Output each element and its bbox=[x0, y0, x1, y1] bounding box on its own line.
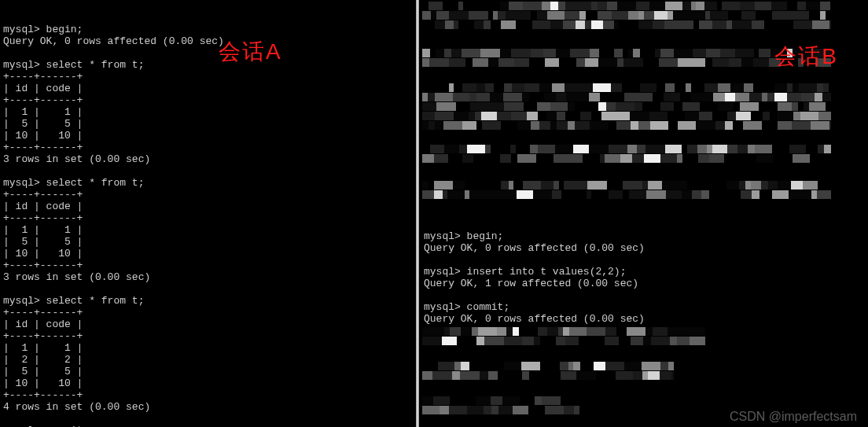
session-a-label: 会话A bbox=[219, 46, 282, 57]
term-line: +----+------+ bbox=[3, 189, 83, 201]
term-line: Query OK, 0 rows affected (0.00 sec) bbox=[424, 242, 645, 254]
watermark: CSDN @imperfectsam bbox=[730, 410, 857, 424]
term-line: mysql> insert into t values(2,2); bbox=[424, 266, 626, 278]
term-line: | 10 | 10 | bbox=[3, 130, 83, 142]
term-line: +----+------+ bbox=[3, 260, 83, 271]
term-line: | id | code | bbox=[3, 201, 83, 212]
term-line: mysql> select * from t; bbox=[3, 59, 144, 71]
terminal-session-a[interactable]: 会话A mysql> begin; Query OK, 0 rows affec… bbox=[0, 0, 416, 427]
term-line: mysql> commit; bbox=[424, 301, 509, 313]
term-line: 3 rows in set (0.00 sec) bbox=[3, 153, 150, 165]
terminal-session-b[interactable]: 会话B mysql> begin; Query OK, 0 rows affec… bbox=[419, 0, 868, 427]
redacted-mosaic bbox=[422, 181, 865, 200]
term-line: | 2 | 2 | bbox=[3, 354, 83, 366]
term-line: +----+------+ bbox=[3, 330, 83, 342]
term-line: +----+------+ bbox=[3, 307, 83, 318]
redacted-mosaic bbox=[422, 2, 865, 30]
term-line: | 1 | 1 | bbox=[3, 106, 83, 118]
term-line: | id | code | bbox=[3, 318, 83, 330]
term-line: | 10 | 10 | bbox=[3, 377, 83, 389]
term-line: | 5 | 5 | bbox=[3, 366, 83, 377]
term-line: | 5 | 5 | bbox=[3, 118, 83, 130]
term-line: 3 rows in set (0.00 sec) bbox=[3, 271, 150, 283]
term-line: | 5 | 5 | bbox=[3, 236, 83, 248]
term-line: +----+------+ bbox=[3, 94, 83, 106]
term-line: mysql> begin; bbox=[424, 230, 503, 242]
term-line: +----+------+ bbox=[3, 71, 83, 83]
redacted-mosaic bbox=[422, 83, 865, 131]
term-line: +----+------+ bbox=[3, 389, 83, 401]
term-line: 4 rows in set (0.00 sec) bbox=[3, 401, 150, 413]
term-line: | id | code | bbox=[3, 83, 83, 94]
term-line: +----+------+ bbox=[3, 142, 83, 153]
term-line: | 10 | 10 | bbox=[3, 248, 83, 260]
term-line: mysql> begin; bbox=[3, 24, 83, 35]
redacted-mosaic bbox=[422, 145, 865, 164]
term-line: mysql> select * from t; bbox=[3, 295, 144, 307]
term-line: +----+------+ bbox=[3, 212, 83, 224]
redacted-mosaic bbox=[422, 362, 865, 381]
term-line: | 1 | 1 | bbox=[3, 342, 83, 354]
redacted-mosaic bbox=[422, 327, 865, 346]
session-b-label: 会话B bbox=[774, 50, 838, 62]
right-clear-block: mysql> begin; Query OK, 0 rows affected … bbox=[424, 219, 645, 337]
term-line: | 1 | 1 | bbox=[3, 224, 83, 236]
term-line: Query OK, 1 row affected (0.00 sec) bbox=[424, 278, 638, 289]
term-line: Query OK, 0 rows affected (0.00 sec) bbox=[3, 35, 224, 47]
term-line: Query OK, 0 rows affected (0.00 sec) bbox=[424, 313, 645, 325]
term-line: mysql> select * from t; bbox=[3, 177, 144, 189]
